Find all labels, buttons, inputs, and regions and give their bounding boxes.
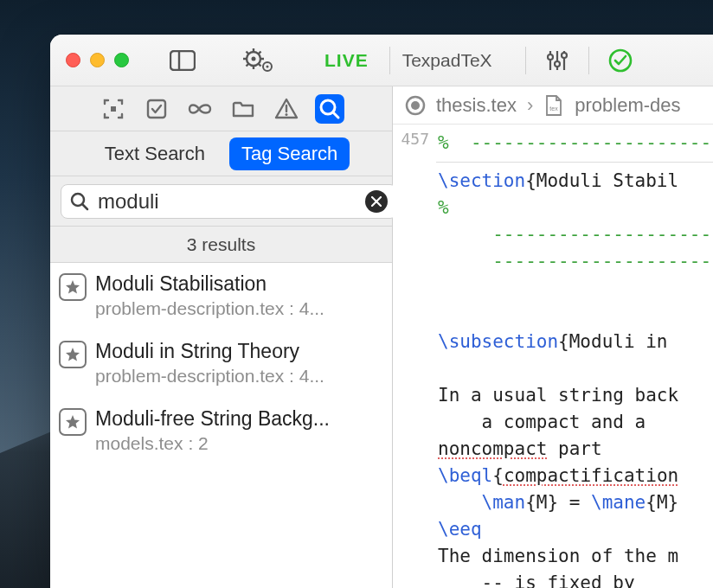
target-icon — [405, 95, 426, 116]
minimize-window-button[interactable] — [90, 53, 105, 67]
results-list: Moduli Stabilisation problem-description… — [50, 263, 392, 588]
code[interactable]: % ---------------------- \section{Moduli… — [436, 125, 713, 588]
svg-line-26 — [333, 112, 338, 118]
mode-tag-search[interactable]: Tag Search — [229, 137, 350, 170]
result-path: models.tex : 2 — [95, 431, 382, 455]
infinity-icon — [187, 100, 213, 118]
toggle-sidebar-button[interactable] — [164, 46, 202, 75]
zoom-window-button[interactable] — [114, 53, 129, 67]
result-title: Moduli Stabilisation — [95, 272, 382, 297]
svg-point-15 — [548, 54, 553, 60]
search-field[interactable] — [61, 184, 397, 219]
close-icon — [371, 196, 382, 207]
chevron-right-icon: › — [527, 94, 533, 117]
window-controls — [66, 53, 129, 67]
breadcrumb-sub: problem-des — [575, 94, 680, 117]
svg-point-17 — [555, 61, 560, 67]
result-item[interactable]: Moduli Stabilisation problem-description… — [50, 263, 392, 330]
tab-todo[interactable] — [142, 94, 171, 124]
search-mode-toggle: Text Search Tag Search — [50, 131, 392, 176]
search-icon — [70, 192, 89, 211]
svg-point-13 — [267, 65, 269, 67]
star-icon — [59, 273, 87, 301]
tab-search[interactable] — [315, 94, 344, 124]
result-item[interactable]: Moduli-free String Backg... models.tex :… — [50, 398, 392, 465]
svg-rect-21 — [111, 106, 116, 112]
svg-point-3 — [252, 56, 256, 61]
viewport-icon — [102, 98, 125, 120]
warning-icon — [274, 98, 299, 120]
svg-line-28 — [83, 204, 88, 209]
titlebar: LIVE TexpadTeX — [50, 35, 713, 86]
sidebar-icon — [170, 50, 196, 71]
tab-warnings[interactable] — [272, 94, 301, 124]
gear-icon — [242, 48, 275, 73]
tex-file-icon: tex — [543, 95, 564, 116]
divider — [389, 47, 390, 74]
sliders-button[interactable] — [538, 46, 576, 75]
breadcrumb-file: thesis.tex — [436, 94, 517, 117]
mode-text-search[interactable]: Text Search — [93, 137, 217, 170]
editor-pane: thesis.tex › tex problem-des 457 % -----… — [393, 86, 713, 588]
svg-rect-0 — [170, 51, 195, 70]
folder-icon — [232, 99, 254, 118]
svg-point-24 — [285, 113, 287, 116]
sliders-icon — [546, 49, 568, 72]
results-count: 3 results — [50, 227, 392, 263]
star-icon — [59, 408, 87, 436]
code-area[interactable]: 457 % ---------------------- \section{Mo… — [393, 125, 713, 588]
svg-line-9 — [259, 63, 261, 66]
tab-symbols[interactable] — [185, 94, 215, 124]
breadcrumb[interactable]: thesis.tex › tex problem-des — [393, 86, 713, 125]
app-window: LIVE TexpadTeX — [50, 35, 713, 588]
search-input[interactable] — [98, 189, 356, 214]
svg-rect-22 — [148, 100, 165, 118]
tab-files[interactable] — [228, 94, 258, 124]
result-item[interactable]: Moduli in String Theory problem-descript… — [50, 330, 392, 398]
divider — [588, 47, 589, 74]
svg-line-11 — [259, 51, 261, 54]
divider — [525, 47, 526, 74]
result-title: Moduli in String Theory — [95, 339, 382, 364]
live-indicator[interactable]: LIVE — [324, 50, 369, 71]
engine-selector[interactable]: TexpadTeX — [402, 50, 492, 71]
svg-point-30 — [411, 101, 420, 110]
result-path: problem-description.tex : 4... — [95, 297, 382, 320]
sidebar: Text Search Tag Search — [50, 86, 393, 588]
search-icon — [318, 98, 341, 120]
settings-button[interactable] — [236, 46, 281, 75]
result-path: problem-description.tex : 4... — [95, 364, 382, 387]
svg-point-19 — [562, 53, 567, 58]
close-window-button[interactable] — [66, 53, 80, 67]
star-icon — [59, 341, 87, 368]
search-bar — [50, 176, 392, 227]
status-ok-button[interactable] — [601, 46, 639, 75]
check-square-icon — [145, 98, 168, 120]
tab-outline[interactable] — [99, 94, 128, 124]
result-title: Moduli-free String Backg... — [95, 406, 382, 431]
sidebar-tabs — [50, 86, 392, 131]
checkmark-circle-icon — [608, 48, 633, 73]
gutter: 457 — [393, 125, 436, 588]
svg-line-8 — [247, 51, 249, 54]
svg-line-10 — [247, 63, 249, 66]
clear-search-button[interactable] — [365, 190, 388, 213]
svg-text:tex: tex — [550, 105, 559, 112]
